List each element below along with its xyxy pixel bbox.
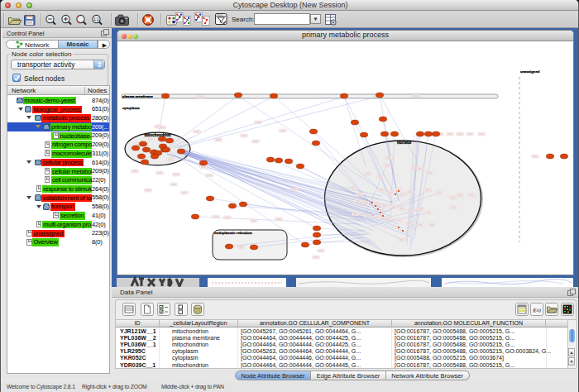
svg-text:nucleus: nucleus <box>397 141 412 145</box>
svg-text:endoplasmic reticulum: endoplasmic reticulum <box>214 231 252 235</box>
svg-text:unassigned: unassigned <box>520 69 540 74</box>
svg-text:1:1: 1:1 <box>93 17 99 22</box>
svg-text:mitochondrion: mitochondrion <box>145 133 171 137</box>
svg-text:cytoplasm: cytoplasm <box>122 106 140 110</box>
svg-text:f(x): f(x) <box>533 307 541 313</box>
svg-text:plasma membrane: plasma membrane <box>122 94 153 98</box>
